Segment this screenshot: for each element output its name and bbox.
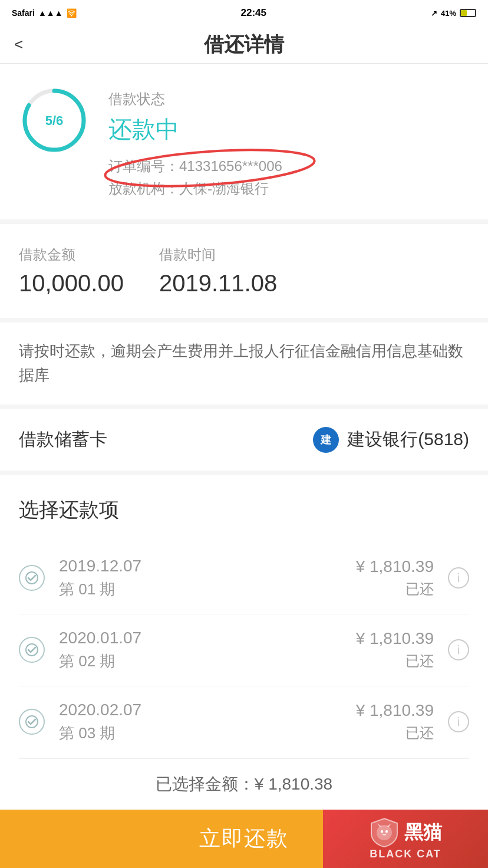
repay-item[interactable]: 2020.02.07 第 03 期 ¥ 1,810.39 已还 i [19,686,469,758]
status-time: 22:45 [240,7,266,19]
repay-date-info-3: 2020.02.07 第 03 期 [59,701,342,744]
main-content: 5/6 借款状态 还款中 订单编号：41331656***006 放款机构：人保… [0,64,488,810]
blackcat-watermark: 黑猫 BLACK CAT [323,810,488,868]
bank-card-row: 借款储蓄卡 建 建设银行(5818) [0,409,488,471]
app-name: Safari [12,8,35,18]
bank-icon: 建 [312,426,340,454]
back-button[interactable]: < [14,35,23,54]
nav-bar: < 借还详情 [0,26,488,64]
repay-date-info-1: 2019.12.07 第 01 期 [59,557,342,600]
repay-date-1: 2019.12.07 [59,557,342,576]
loan-amount-label: 借款金额 [19,245,124,264]
svg-point-9 [377,825,392,840]
status-left: Safari ▲▲▲ 🛜 [12,8,77,18]
notice-text: 请按时还款，逾期会产生费用并上报人行征信金融信用信息基础数据库 [19,342,463,384]
repay-amount-info-2: ¥ 1,810.39 已还 [356,629,434,670]
repay-period-2: 第 02 期 [59,651,342,672]
status-bar: Safari ▲▲▲ 🛜 22:45 ↗ 41% [0,0,488,26]
info-icon-2[interactable]: i [448,639,469,660]
repay-status-1: 已还 [356,580,434,599]
selected-amount: 已选择金额：¥ 1,810.38 [19,758,469,810]
repay-item[interactable]: 2020.01.07 第 02 期 ¥ 1,810.39 已还 i [19,614,469,686]
loan-amount-value: 10,000.00 [19,270,124,297]
bank-name: 建设银行(5818) [347,428,469,452]
repay-amount-3: ¥ 1,810.39 [356,701,434,720]
repay-section: 选择还款项 2019.12.07 第 01 期 ¥ 1,810.39 已还 i [0,475,488,810]
repay-date-3: 2020.02.07 [59,701,342,719]
notice-card: 请按时还款，逾期会产生费用并上报人行征信金融信用信息基础数据库 [0,323,488,405]
repay-status-2: 已还 [356,652,434,670]
repay-item[interactable]: 2019.12.07 第 01 期 ¥ 1,810.39 已还 i [19,542,469,614]
status-label: 借款状态 [108,90,469,108]
repay-amount-info-3: ¥ 1,810.39 已还 [356,701,434,742]
loan-status-card: 5/6 借款状态 还款中 订单编号：41331656***006 放款机构：人保… [0,64,488,219]
blackcat-shield-icon [369,817,400,848]
info-icon-1[interactable]: i [448,567,469,588]
location-icon: ↗ [431,9,437,18]
loan-date-label: 借款时间 [159,245,277,264]
cta-container: 立即还款 黑猫 BLACK CAT [0,810,488,868]
blackcat-en-name: BLACK CAT [370,848,441,860]
wifi-icon: 🛜 [67,8,77,18]
repay-checkbox-2[interactable] [19,637,45,663]
progress-circle: 5/6 [19,85,90,156]
loan-date-value: 2019.11.08 [159,270,277,297]
status-right: ↗ 41% [431,9,476,18]
blackcat-logo-row: 黑猫 [369,817,442,848]
svg-point-11 [385,830,388,833]
loan-details-card: 借款金额 10,000.00 借款时间 2019.11.08 [0,224,488,318]
repay-amount-1: ¥ 1,810.39 [356,557,434,576]
repay-checkbox-3[interactable] [19,709,45,735]
bank-card-right: 建 建设银行(5818) [312,426,469,454]
repay-title: 选择还款项 [19,497,469,524]
svg-text:建: 建 [320,434,332,446]
bank-card-label: 借款储蓄卡 [19,428,107,452]
svg-point-10 [381,830,383,833]
loan-date-item: 借款时间 2019.11.08 [159,245,277,297]
repay-checkbox-1[interactable] [19,565,45,591]
blackcat-cn-name: 黑猫 [404,820,442,846]
page-title: 借还详情 [204,31,284,58]
repay-period-1: 第 01 期 [59,579,342,600]
repay-date-2: 2020.01.07 [59,629,342,647]
svg-text:5/6: 5/6 [45,113,64,128]
repay-button[interactable]: 立即还款 [199,824,289,853]
repay-period-3: 第 03 期 [59,723,342,744]
battery-percent: 41% [441,9,456,18]
repay-amount-2: ¥ 1,810.39 [356,629,434,648]
order-no: 订单编号：41331656***006 [108,155,469,177]
institution: 放款机构：人保-渤海银行 [108,177,469,200]
order-annotation: 订单编号：41331656***006 放款机构：人保-渤海银行 [108,155,469,200]
signal-icon: ▲▲▲ [38,8,63,18]
repay-date-info-2: 2020.01.07 第 02 期 [59,629,342,672]
status-value: 还款中 [108,113,469,146]
battery-icon [460,9,476,17]
loan-status-info: 借款状态 还款中 订单编号：41331656***006 放款机构：人保-渤海银… [108,85,469,200]
loan-amount-item: 借款金额 10,000.00 [19,245,124,297]
repay-amount-info-1: ¥ 1,810.39 已还 [356,557,434,599]
info-icon-3[interactable]: i [448,711,469,732]
repay-status-3: 已还 [356,724,434,742]
